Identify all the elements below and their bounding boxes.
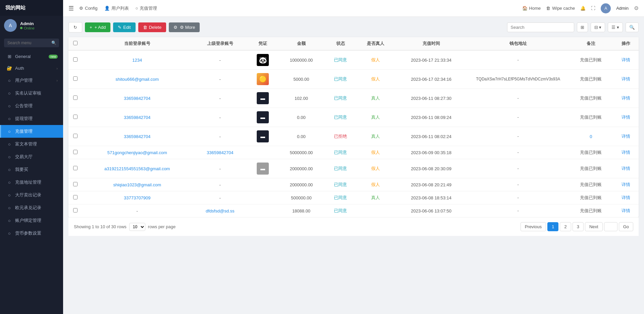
is-real-badge: 真人 [371, 195, 380, 200]
page-2-button[interactable]: 2 [560, 222, 571, 231]
row-checkbox[interactable] [73, 76, 78, 81]
is-real-cell: 真人 [356, 108, 395, 127]
current-account-link[interactable]: a3192121554551563@gmail.com [104, 166, 170, 171]
sidebar-item-rich-text[interactable]: ○ 富文本管理 [0, 138, 63, 150]
detail-button[interactable]: 详情 [622, 115, 630, 120]
detail-button[interactable]: 详情 [622, 76, 630, 81]
column-settings-button[interactable]: ☰ ▾ [608, 22, 623, 32]
row-checkbox[interactable] [73, 195, 78, 199]
hamburger-icon[interactable]: ☰ [68, 5, 74, 12]
data-table-container: 当前登录账号 上级登录账号 凭证 金额 状态 是否真人 充值时间 钱包地址 备注… [68, 37, 639, 217]
sidebar-item-buy[interactable]: ○ 我要买 [0, 163, 63, 176]
is-real-badge: 真人 [371, 96, 380, 101]
remark-link[interactable]: 0 [590, 134, 592, 139]
select-all-checkbox[interactable] [73, 41, 78, 45]
search-menu-input[interactable] [4, 39, 59, 47]
operation-cell: 详情 [613, 50, 639, 70]
edit-button[interactable]: ✎ Edit [113, 22, 135, 32]
row-checkbox[interactable] [73, 57, 78, 62]
amount-cell: 5000000.00 [278, 146, 325, 159]
sidebar-item-euro-record[interactable]: ○ 欧元承兑记录 [0, 201, 63, 214]
page-1-button[interactable]: 1 [547, 222, 558, 231]
detail-button[interactable]: 详情 [622, 208, 630, 213]
current-account-link[interactable]: shiqiao1023@gmail.com [113, 182, 161, 187]
topbar-recharge-mgmt[interactable]: ○ 充值管理 [136, 5, 157, 11]
recharge-time-cell: 2023-06-17 21:33:34 [395, 50, 467, 70]
row-checkbox[interactable] [73, 166, 78, 170]
topbar-notification[interactable]: 🔔 [580, 6, 586, 11]
current-account-link[interactable]: 33659842704 [124, 134, 151, 139]
topbar-user-list[interactable]: 👤 用户列表 [104, 5, 129, 11]
topbar-home[interactable]: 🏠 Home [522, 6, 541, 11]
current-account-link[interactable]: 33659842704 [124, 115, 151, 120]
current-account-link[interactable]: 1234 [132, 58, 142, 63]
more-button[interactable]: ⚙ ⚙ More [169, 22, 200, 32]
sidebar-item-general[interactable]: ⊞ General new [0, 51, 63, 62]
refresh-button[interactable]: ↻ [68, 22, 82, 33]
current-account-link[interactable]: shitou666@gmail.com [115, 77, 159, 82]
sidebar-item-recharge-addr[interactable]: ○ 充值地址管理 [0, 176, 63, 189]
sidebar-item-account-bind[interactable]: ○ 账户绑定管理 [0, 214, 63, 227]
current-account-cell: 33773707909 [82, 191, 193, 204]
row-checkbox[interactable] [73, 134, 78, 138]
topbar-config[interactable]: ⚙ Config [79, 6, 98, 11]
go-button[interactable]: Go [619, 222, 633, 231]
next-button[interactable]: Next [585, 222, 603, 231]
sidebar-item-recharge[interactable]: ○ 充值管理 [0, 125, 63, 138]
row-checkbox[interactable] [73, 150, 78, 154]
parent-account-cell: - [193, 89, 248, 108]
sidebar-item-label: 富文本管理 [15, 141, 37, 147]
topbar-wipe-cache[interactable]: 🗑 Wipe cache [546, 6, 575, 11]
page-3-button[interactable]: 3 [573, 222, 584, 231]
row-checkbox[interactable] [73, 115, 78, 119]
detail-button[interactable]: 详情 [622, 57, 630, 62]
topbar-gear-icon[interactable]: ⚙ [634, 5, 639, 11]
sidebar-item-trading[interactable]: ○ 交易大厅 [0, 150, 63, 163]
sidebar-item-user-mgmt[interactable]: ○ 用户管理 › [0, 74, 63, 87]
detail-button[interactable]: 详情 [622, 166, 630, 171]
header-checkbox-col [68, 37, 82, 50]
euro-record-icon: ○ [6, 205, 12, 210]
sidebar-item-label: 欧元承兑记录 [15, 205, 41, 211]
row-checkbox[interactable] [73, 208, 78, 212]
add-button[interactable]: + + Add [85, 22, 110, 32]
add-label: + Add [95, 25, 106, 30]
sidebar-item-announcement[interactable]: ○ 公告管理 [0, 100, 63, 112]
status-cell: 已拒绝 [325, 127, 356, 146]
grid-view-button[interactable]: ⊞ [577, 22, 588, 32]
row-checkbox[interactable] [73, 96, 78, 100]
row-checkbox[interactable] [73, 182, 78, 186]
search-input[interactable] [507, 22, 574, 32]
detail-button[interactable]: 详情 [622, 150, 630, 155]
detail-button[interactable]: 详情 [622, 96, 630, 101]
sidebar-item-real-name[interactable]: ○ 实名认证审核 [0, 87, 63, 100]
chevron-right-icon: › [56, 78, 58, 82]
parent-account-cell: - [193, 127, 248, 146]
sidebar-item-auth[interactable]: 🔐 Auth › [0, 62, 63, 74]
rows-per-page-select[interactable]: 10 20 50 [129, 223, 145, 231]
detail-button[interactable]: 详情 [622, 182, 630, 187]
delete-button[interactable]: 🗑 Delete [138, 22, 166, 32]
current-account-link[interactable]: 571gongchenjiyao@gmail.com [107, 150, 167, 155]
sidebar-item-withdrawal[interactable]: ○ 提现管理 [0, 112, 63, 125]
parent-account-link[interactable]: 33659842704 [207, 150, 234, 155]
topbar-fullscreen[interactable]: ⛶ [591, 6, 595, 11]
wallet-address-cell: - [468, 127, 568, 146]
col-remark: 备注 [568, 37, 613, 50]
detail-button[interactable]: 详情 [622, 195, 630, 200]
status-cell: 已同意 [325, 50, 356, 70]
table-view-button[interactable]: ⊟ ▾ [591, 22, 605, 32]
status-badge: 已同意 [334, 96, 347, 101]
previous-button[interactable]: Previous [521, 222, 546, 231]
page-input[interactable] [604, 222, 617, 231]
sidebar-item-hall-sell[interactable]: ○ 大厅卖出记录 [0, 189, 63, 201]
parent-account-link[interactable]: dfdsfsd@sd.ss [206, 208, 234, 213]
voucher-dark-icon: ▬ [257, 130, 269, 142]
filter-button[interactable]: 🔍 [626, 22, 639, 32]
recharge-time-cell: 2023-06-11 08:02:24 [395, 127, 467, 146]
current-account-link[interactable]: 33773707909 [124, 195, 151, 200]
detail-button[interactable]: 详情 [622, 134, 630, 139]
current-account-link[interactable]: 33659842704 [124, 96, 151, 101]
sidebar-item-currency-param[interactable]: ○ 货币参数设置 [0, 227, 63, 240]
col-current-account: 当前登录账号 [82, 37, 193, 50]
